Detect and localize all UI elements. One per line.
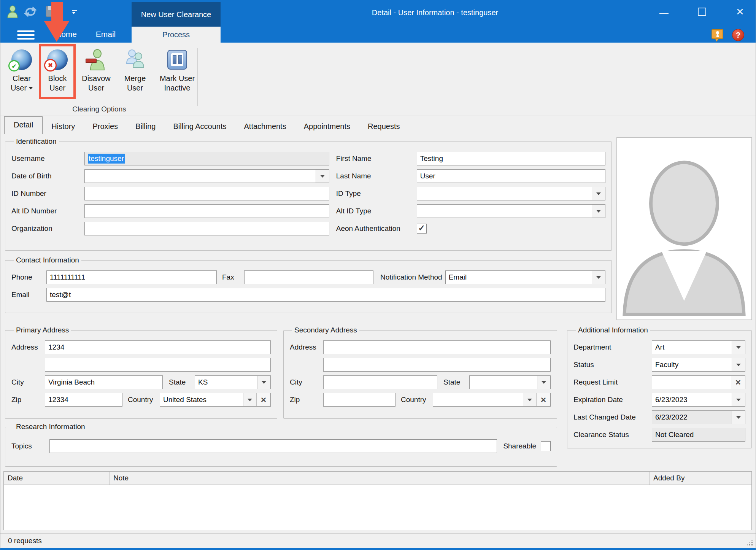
chevron-down-icon[interactable] bbox=[537, 376, 550, 389]
primary-country-combo[interactable]: United States bbox=[160, 393, 271, 407]
department-combo[interactable]: Art bbox=[652, 340, 745, 354]
tab-proxies[interactable]: Proxies bbox=[84, 119, 127, 134]
titlebar-right-icons bbox=[712, 29, 744, 41]
city-label: City bbox=[290, 378, 323, 386]
contextual-tab-group: New User Clearance Process bbox=[132, 2, 221, 43]
clear-user-button[interactable]: Clear User bbox=[5, 45, 38, 93]
chevron-down-icon[interactable] bbox=[523, 393, 536, 406]
column-header-added-by[interactable]: Added By bbox=[650, 472, 751, 485]
expiration-date-label: Expiration Date bbox=[573, 396, 652, 404]
research-information-legend: Research Information bbox=[14, 423, 87, 431]
minimize-button[interactable] bbox=[659, 7, 669, 17]
notification-method-combo[interactable]: Email bbox=[445, 270, 605, 284]
expiration-date-combo[interactable]: 6/23/2023 bbox=[652, 393, 745, 407]
last-changed-date-label: Last Changed Date bbox=[573, 413, 652, 421]
state-label: State bbox=[443, 378, 469, 386]
clear-field-icon[interactable] bbox=[536, 393, 550, 406]
clear-field-icon[interactable] bbox=[256, 393, 270, 406]
chevron-down-icon[interactable] bbox=[243, 393, 256, 406]
fax-label: Fax bbox=[222, 273, 244, 281]
primary-zip-field[interactable]: 12334 bbox=[45, 393, 122, 407]
disavow-user-button[interactable]: Disavow User bbox=[78, 45, 114, 93]
primary-address-field[interactable]: 1234 bbox=[45, 340, 271, 354]
chevron-down-icon[interactable] bbox=[592, 187, 605, 200]
refresh-icon[interactable] bbox=[23, 5, 38, 20]
username-label: Username bbox=[11, 154, 84, 163]
column-header-date[interactable]: Date bbox=[4, 472, 110, 485]
clear-field-icon[interactable] bbox=[731, 376, 745, 389]
quick-access-dropdown-icon[interactable] bbox=[72, 10, 77, 14]
fax-field[interactable] bbox=[244, 270, 373, 284]
chevron-down-icon[interactable] bbox=[592, 205, 605, 218]
tab-detail[interactable]: Detail bbox=[4, 116, 43, 134]
chevron-down-icon[interactable] bbox=[316, 170, 329, 183]
primary-state-combo[interactable]: KS bbox=[195, 375, 271, 389]
resize-grip[interactable] bbox=[746, 539, 753, 545]
status-bar: 0 requests bbox=[0, 533, 756, 548]
close-button[interactable]: ✕ bbox=[735, 7, 745, 17]
organization-field[interactable] bbox=[84, 222, 329, 235]
secondary-address2-field[interactable] bbox=[323, 358, 551, 372]
status-combo[interactable]: Faculty bbox=[652, 358, 745, 372]
date-of-birth-combo[interactable] bbox=[84, 169, 329, 183]
chevron-down-icon[interactable] bbox=[592, 271, 605, 284]
user-photo-placeholder bbox=[616, 137, 752, 320]
notes-table-body[interactable] bbox=[4, 485, 751, 530]
request-limit-field[interactable] bbox=[652, 375, 745, 389]
tab-billing[interactable]: Billing bbox=[127, 119, 164, 134]
block-user-button[interactable]: Block User bbox=[39, 45, 76, 93]
primary-city-field[interactable]: Virginia Beach bbox=[45, 375, 163, 389]
chevron-down-icon[interactable] bbox=[732, 393, 745, 406]
detail-panel: Identification Username testinguser Date… bbox=[0, 134, 756, 533]
status-label: Status bbox=[573, 361, 652, 369]
secondary-zip-field[interactable] bbox=[323, 393, 395, 407]
tab-appointments[interactable]: Appointments bbox=[295, 119, 359, 134]
zip-label: Zip bbox=[290, 396, 323, 404]
secondary-country-combo[interactable] bbox=[433, 393, 551, 407]
tab-email[interactable]: Email bbox=[89, 30, 123, 39]
last-name-field[interactable]: User bbox=[417, 169, 605, 183]
column-header-note[interactable]: Note bbox=[110, 472, 650, 485]
tab-attachments[interactable]: Attachments bbox=[235, 119, 295, 134]
mark-user-inactive-button[interactable]: Mark User Inactive bbox=[155, 45, 200, 93]
save-icon[interactable] bbox=[45, 5, 56, 19]
secondary-address-group: Secondary Address Address City St bbox=[283, 326, 557, 419]
merge-user-button[interactable]: Merge User bbox=[118, 45, 152, 93]
aeon-authentication-checkbox[interactable] bbox=[417, 224, 427, 234]
zip-label: Zip bbox=[11, 396, 45, 404]
shareable-checkbox[interactable] bbox=[541, 441, 551, 451]
email-field[interactable]: test@t bbox=[46, 288, 605, 302]
secondary-state-combo[interactable] bbox=[469, 375, 551, 389]
phone-field[interactable]: 1111111111 bbox=[46, 270, 217, 284]
help-icon[interactable] bbox=[732, 29, 744, 41]
chevron-down-icon[interactable] bbox=[732, 358, 745, 371]
topics-field[interactable] bbox=[49, 439, 497, 453]
id-type-combo[interactable] bbox=[417, 187, 605, 200]
person-silhouette-icon bbox=[621, 141, 748, 316]
secondary-address-field[interactable] bbox=[323, 340, 551, 354]
tab-home[interactable]: Home bbox=[49, 30, 83, 39]
tab-requests[interactable]: Requests bbox=[359, 119, 409, 134]
topics-label: Topics bbox=[11, 442, 49, 450]
chevron-down-icon[interactable] bbox=[732, 341, 745, 354]
tab-billing-accounts[interactable]: Billing Accounts bbox=[164, 119, 235, 134]
notes-table: Date Note Added By bbox=[3, 471, 752, 530]
last-changed-date-combo[interactable]: 6/23/2022 bbox=[652, 410, 745, 424]
tab-history[interactable]: History bbox=[43, 119, 84, 134]
first-name-field[interactable]: Testing bbox=[417, 152, 605, 165]
secondary-city-field[interactable] bbox=[323, 375, 437, 389]
chevron-down-icon[interactable] bbox=[257, 376, 270, 389]
alt-id-type-combo[interactable] bbox=[417, 204, 605, 218]
primary-address2-field[interactable] bbox=[45, 358, 271, 372]
username-field[interactable]: testinguser bbox=[84, 152, 329, 165]
clearance-status-field: Not Cleared bbox=[652, 428, 745, 442]
ribbon-group-label: Clearing Options bbox=[0, 105, 198, 113]
pin-note-icon[interactable] bbox=[712, 29, 724, 41]
maximize-button[interactable] bbox=[697, 7, 707, 17]
alt-id-number-field[interactable] bbox=[84, 204, 329, 218]
user-icon[interactable] bbox=[6, 5, 19, 21]
id-number-field[interactable] bbox=[84, 187, 329, 200]
tab-process[interactable]: Process bbox=[132, 27, 221, 43]
chevron-down-icon[interactable] bbox=[732, 411, 745, 424]
hamburger-menu-icon[interactable] bbox=[17, 30, 35, 40]
